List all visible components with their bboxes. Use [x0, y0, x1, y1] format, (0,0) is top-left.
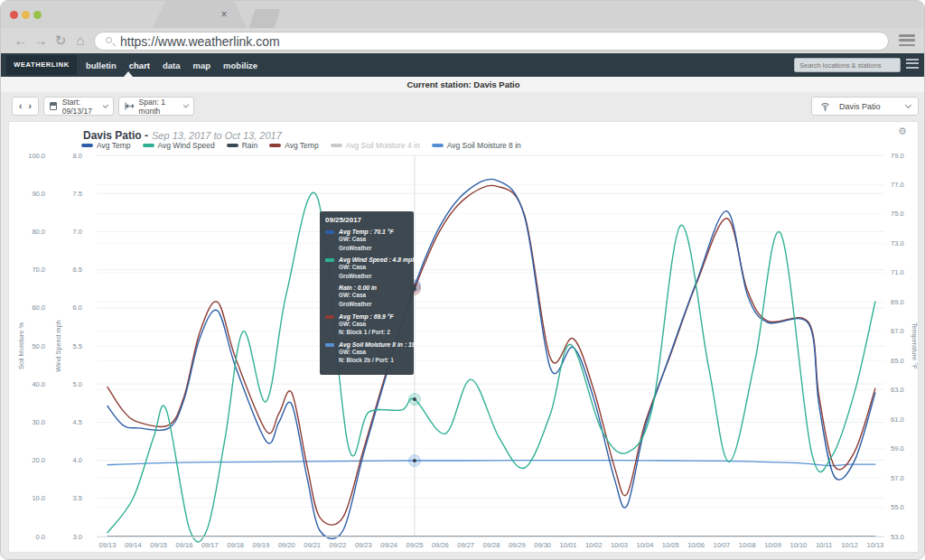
app-navbar: WEATHERLINK bulletinchartdatamapmobilize [1, 53, 925, 77]
traffic-light-maximize[interactable] [33, 11, 42, 19]
x-axis-label: 10/08 [739, 541, 756, 549]
span-picker[interactable]: Span: 1 month [118, 97, 194, 116]
reload-button[interactable]: ↻ [51, 31, 70, 51]
axis-tick-temperature: 71.0 [891, 268, 904, 276]
axis-tick-soil_moisture: 0.0 [36, 533, 45, 541]
span-label: Span: 1 month [139, 98, 179, 116]
tooltip-rows: Avg Temp : 70.1 °FGW: CasaGroWeatherAvg … [325, 229, 408, 365]
axis-tick-temperature: 69.0 [891, 298, 904, 306]
tooltip-date: 09/25/2017 [325, 216, 408, 224]
chart-controls-row: ‹ › Start: 09/13/17 Span: 1 month Davis … [1, 92, 925, 121]
wifi-station-icon [819, 101, 831, 112]
forward-button[interactable]: → [32, 31, 50, 51]
tooltip-row-1: Avg Wind Speed : 4.8 mphGW: CasaGroWeath… [325, 257, 408, 280]
axis-tick-temperature: 53.0 [891, 533, 904, 541]
browser-tab[interactable] [153, 1, 247, 28]
hover-marker-dot [413, 459, 416, 462]
x-axis-label: 09/28 [483, 541, 500, 549]
tab-close-icon[interactable]: × [218, 8, 230, 21]
x-axis-label: 09/20 [278, 541, 295, 549]
axis-tick-soil_moisture: 90.0 [32, 190, 45, 198]
traffic-light-minimize[interactable] [22, 11, 30, 19]
tooltip-meta: GroWeather [339, 272, 416, 281]
tooltip-value: Rain : 0.00 in [339, 285, 377, 291]
tooltip-swatch-icon [325, 343, 334, 347]
chart-title-row: Davis Patio -Sep 13, 2017 to Oct 13, 201… [83, 126, 282, 141]
traffic-light-close[interactable] [10, 11, 18, 19]
chart-subtitle: Sep 13, 2017 to Oct 13, 2017 [152, 130, 282, 141]
brand-logo[interactable]: WEATHERLINK [6, 55, 77, 75]
tooltip-row-4: Avg Soil Moisture 8 in : 19.9 %GW: CasaN… [325, 341, 408, 365]
url-text[interactable]: https://www.weatherlink.com [120, 34, 280, 50]
axis-tick-soil_moisture: 10.0 [32, 494, 45, 502]
nav-item-data[interactable]: data [163, 61, 181, 70]
settings-gear-icon[interactable]: ⚙ [898, 126, 907, 137]
x-axis-label: 09/13 [99, 541, 117, 549]
nav-item-chart[interactable]: chart [129, 61, 150, 70]
current-station-bar: Current station: Davis Patio [1, 77, 925, 92]
x-axis-label: 10/02 [585, 541, 603, 549]
axis-tick-wind_speed: 3.0 [73, 533, 82, 541]
axis-tick-wind_speed: 5.0 [73, 380, 82, 388]
tooltip-value: Avg Temp : 70.1 °F [339, 229, 394, 235]
calendar-icon [50, 102, 57, 110]
x-axis-label: 09/14 [125, 541, 142, 549]
x-axis-label: 09/16 [176, 541, 193, 549]
x-axis-label: 10/09 [764, 541, 781, 549]
hover-tooltip: 09/25/2017 Avg Temp : 70.1 °FGW: CasaGro… [320, 211, 414, 375]
axis-title: Temperature °F [911, 322, 919, 369]
hover-marker-dot [413, 397, 416, 401]
x-axis-label: 10/10 [790, 541, 808, 549]
x-axis-label: 10/12 [841, 541, 858, 549]
tooltip-value: Avg Wind Speed : 4.8 mph [339, 257, 416, 263]
nav-item-mobilize[interactable]: mobilize [223, 61, 257, 70]
tooltip-swatch-icon [325, 258, 334, 262]
chart-plot-area[interactable]: 100.090.080.070.060.050.040.030.020.010.… [9, 147, 920, 554]
list-view-icon[interactable] [906, 59, 919, 70]
axis-title: Soil Moisture % [17, 322, 25, 369]
axis-tick-temperature: 65.0 [891, 357, 904, 365]
x-axis-label: 09/21 [304, 541, 321, 549]
axis-tick-wind_speed: 4.5 [73, 418, 82, 426]
axis-tick-soil_moisture: 70.0 [32, 266, 45, 274]
x-axis-label: 10/11 [816, 541, 832, 549]
series-line-avg-soil-moisture-8-in [107, 461, 875, 466]
back-button[interactable]: ← [12, 31, 30, 51]
series-line-avg-temp [107, 179, 875, 538]
axis-tick-soil_moisture: 50.0 [32, 342, 45, 350]
x-axis-label: 10/06 [687, 541, 705, 549]
axis-tick-temperature: 63.0 [891, 386, 904, 394]
next-button[interactable]: › [29, 101, 32, 111]
nav-item-map[interactable]: map [193, 61, 211, 70]
chart-title: Davis Patio - [83, 129, 148, 142]
home-button[interactable]: ⌂ [71, 31, 89, 51]
x-axis-label: 09/27 [457, 541, 474, 549]
x-axis-label: 09/26 [432, 541, 449, 549]
url-bar[interactable]: https://www.weatherlink.com [94, 32, 889, 51]
station-selector[interactable]: Davis Patio [811, 97, 919, 116]
tooltip-meta: GW: Casa [339, 320, 394, 329]
station-name: Davis Patio [839, 102, 881, 111]
start-date-picker[interactable]: Start: 09/13/17 [43, 97, 114, 116]
x-axis-label: 09/17 [201, 541, 219, 549]
axis-tick-soil_moisture: 40.0 [32, 380, 45, 388]
x-axis-label: 09/24 [380, 541, 397, 549]
axis-tick-soil_moisture: 30.0 [32, 418, 45, 426]
browser-menu-icon[interactable] [899, 34, 915, 47]
x-axis-label: 10/07 [714, 541, 731, 549]
axis-tick-wind_speed: 5.5 [73, 342, 82, 350]
tooltip-meta: GroWeather [339, 300, 377, 309]
tooltip-value: Avg Soil Moisture 8 in : 19.9 % [339, 341, 427, 348]
station-search-input[interactable] [794, 58, 901, 72]
axis-tick-temperature: 73.0 [891, 239, 904, 247]
new-tab-button[interactable] [249, 9, 281, 28]
series-line-avg-temp [107, 185, 875, 525]
axis-tick-wind_speed: 7.5 [73, 190, 82, 198]
axis-tick-temperature: 57.0 [891, 474, 904, 482]
prev-button[interactable]: ‹ [19, 101, 22, 111]
chevron-down-icon [103, 102, 108, 107]
chart-card: Davis Patio -Sep 13, 2017 to Oct 13, 201… [8, 121, 919, 553]
nav-item-bulletin[interactable]: bulletin [86, 61, 117, 70]
search-icon [106, 37, 112, 43]
axis-tick-temperature: 55.0 [891, 503, 904, 511]
